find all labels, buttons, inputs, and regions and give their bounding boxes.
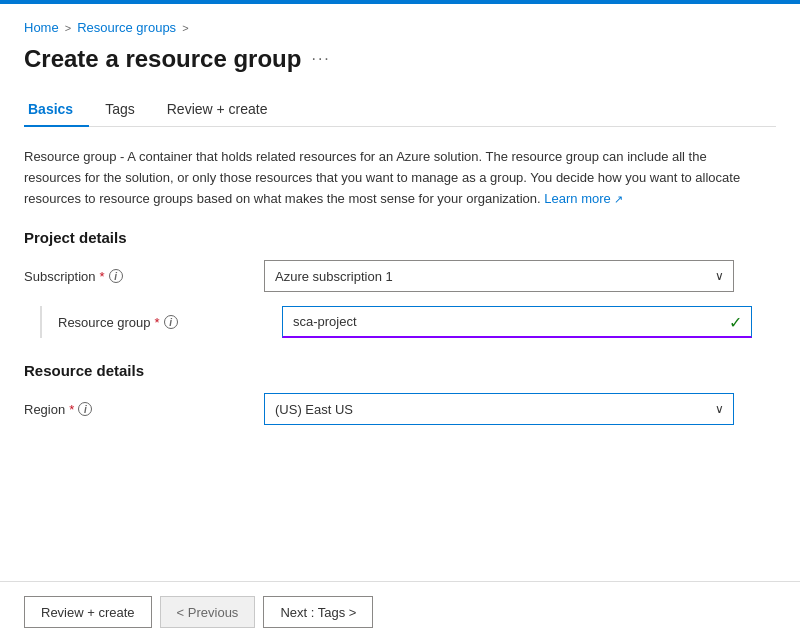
tabs-bar: Basics Tags Review + create — [24, 93, 776, 127]
subscription-required: * — [100, 269, 105, 284]
project-details-section: Project details Subscription * i Azure s… — [24, 229, 776, 338]
region-row: Region * i (US) East US(US) West US(EU) … — [24, 393, 776, 425]
footer: Review + create < Previous Next : Tags > — [0, 581, 800, 642]
breadcrumb-home[interactable]: Home — [24, 20, 59, 35]
resource-details-section: Resource details Region * i (US) East US… — [24, 362, 776, 425]
review-create-button[interactable]: Review + create — [24, 596, 152, 628]
region-required: * — [69, 402, 74, 417]
previous-button: < Previous — [160, 596, 256, 628]
subscription-label: Subscription * i — [24, 269, 264, 284]
tab-tags[interactable]: Tags — [89, 93, 151, 127]
breadcrumb-sep-2: > — [182, 22, 188, 34]
breadcrumb-sep-1: > — [65, 22, 71, 34]
region-info-icon[interactable]: i — [78, 402, 92, 416]
next-button[interactable]: Next : Tags > — [263, 596, 373, 628]
region-label: Region * i — [24, 402, 264, 417]
region-control: (US) East US(US) West US(EU) West Europe… — [264, 393, 734, 425]
resource-group-row: Resource group * i ✓ — [40, 306, 776, 338]
tab-basics[interactable]: Basics — [24, 93, 89, 127]
main-content: Home > Resource groups > Create a resour… — [0, 4, 800, 425]
resource-group-info-icon[interactable]: i — [164, 315, 178, 329]
page-menu-icon[interactable]: ··· — [311, 50, 330, 68]
resource-group-valid-icon: ✓ — [729, 313, 742, 332]
page-title-row: Create a resource group ··· — [24, 45, 776, 73]
project-details-title: Project details — [24, 229, 776, 246]
resource-group-control: ✓ — [282, 306, 752, 338]
learn-more-link[interactable]: Learn more — [544, 191, 623, 206]
resource-group-required: * — [155, 315, 160, 330]
resource-group-label: Resource group * i — [58, 315, 282, 330]
subscription-control: Azure subscription 1 ∨ — [264, 260, 734, 292]
subscription-select[interactable]: Azure subscription 1 — [264, 260, 734, 292]
resource-group-input[interactable] — [282, 306, 752, 338]
subscription-info-icon[interactable]: i — [109, 269, 123, 283]
breadcrumb: Home > Resource groups > — [24, 20, 776, 35]
subscription-row: Subscription * i Azure subscription 1 ∨ — [24, 260, 776, 292]
resource-details-title: Resource details — [24, 362, 776, 379]
breadcrumb-resource-groups[interactable]: Resource groups — [77, 20, 176, 35]
tab-review-create[interactable]: Review + create — [151, 93, 284, 127]
region-select[interactable]: (US) East US(US) West US(EU) West Europe — [264, 393, 734, 425]
description-text: Resource group - A container that holds … — [24, 147, 744, 209]
page-title: Create a resource group — [24, 45, 301, 73]
